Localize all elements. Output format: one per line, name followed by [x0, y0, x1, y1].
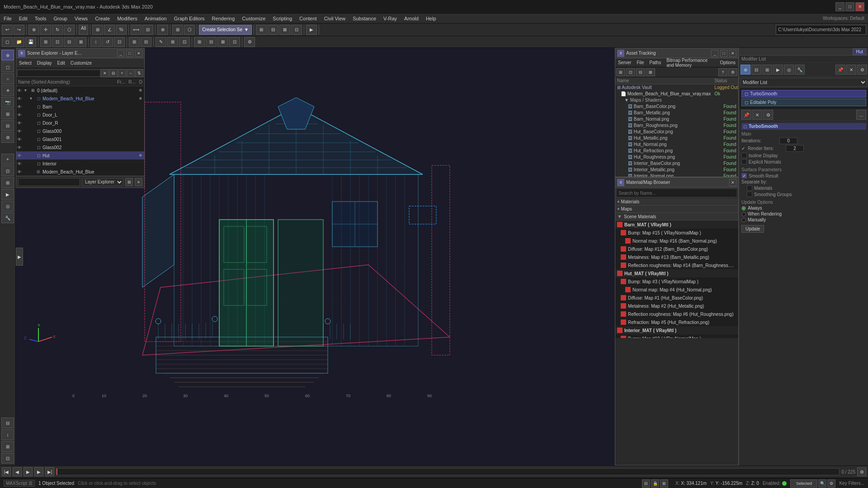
menu-arnold[interactable]: Arnold [401, 14, 422, 23]
mat-maps-header[interactable]: + Maps [615, 206, 738, 213]
mod-icon-display[interactable]: ◎ [784, 65, 794, 75]
sidebar-nav4[interactable]: ⊡ [1, 453, 14, 464]
mod-icon-select[interactable]: ⊕ [741, 65, 750, 75]
eye-glass002[interactable]: 👁 [17, 145, 24, 150]
tb2-move[interactable]: ↕ [90, 37, 101, 47]
modifier-list-dropdown[interactable]: Modifier List [741, 78, 867, 87]
sidebar-hierarchy[interactable]: ⊞ [1, 177, 14, 188]
prop-smoothing-groups-check[interactable] [747, 192, 752, 197]
se-btn-filter[interactable]: ⊟ [109, 69, 118, 77]
mat-hut-refl-rough[interactable]: Reflection roughness: Map #6 (Hut_Roughn… [615, 310, 738, 318]
tb-3d-snap[interactable]: ⊞ [92, 25, 103, 35]
tree-item-interior[interactable]: 👁 ◻ Interior [16, 160, 144, 168]
at-menu-options[interactable]: Options [717, 60, 738, 66]
mat-hut-diffuse[interactable]: Diffuse: Map #1 (Hut_BaseColor.png) [615, 294, 738, 302]
prop-manually-radio[interactable] [741, 218, 746, 222]
se-btn-add[interactable]: + [118, 69, 126, 77]
sidebar-spacewarps[interactable]: ⊟ [1, 120, 14, 131]
at-menu-server[interactable]: Server [615, 60, 634, 66]
mod-icon-del[interactable]: ✕ [846, 65, 856, 75]
eye-modern2[interactable]: 👁 [17, 169, 24, 174]
tb-grid3[interactable]: ⊠ [279, 25, 290, 35]
scene-explorer-minimize[interactable]: _ [117, 50, 124, 57]
at-btn2[interactable]: ⊡ [626, 68, 635, 76]
prop-smooth-result-check[interactable] [741, 173, 747, 178]
at-minimize[interactable]: _ [711, 50, 718, 57]
menu-modifiers[interactable]: Modifiers [113, 14, 141, 23]
tb-undo[interactable]: ↩ [2, 25, 13, 35]
tb2-bind[interactable]: ⊟ [141, 37, 151, 47]
tree-item-glass000[interactable]: 👁 ◻ Glass000 [16, 127, 144, 135]
tree-item-glass001[interactable]: 👁 ◻ Glass001 [16, 135, 144, 143]
timeline-prev-frame[interactable]: ◀ [13, 467, 22, 476]
tree-item-default[interactable]: 👁 ▼ ⊞ 0 (default) ❄ [16, 86, 144, 94]
se-menu-display[interactable]: Display [34, 60, 55, 66]
sidebar-geom[interactable]: ◻ [1, 61, 14, 72]
se-footer-grid[interactable]: ⊞ [125, 178, 133, 186]
tb-grid4[interactable]: ⊡ [291, 25, 302, 35]
tb2-scale2[interactable]: ⊡ [114, 37, 125, 47]
menu-graph-editors[interactable]: Graph Editors [170, 14, 208, 23]
eye-barn[interactable]: 👁 [17, 104, 24, 109]
mod-icon-modify[interactable]: ⊟ [751, 65, 761, 75]
at-close[interactable]: ✕ [729, 50, 736, 57]
status-grid[interactable]: ⊞ [660, 479, 668, 488]
status-lock[interactable]: 🔒 [651, 479, 659, 488]
at-row-file[interactable]: 📄 Modern_Beach_Hut_Blue_max_vray.max Ok [615, 91, 738, 97]
timeline-scrubber[interactable] [56, 468, 840, 475]
mat-interior-bump[interactable]: Bump: Map #10 ( VRayNormalMap ) [615, 334, 738, 338]
sidebar-cameras[interactable]: 📷 [1, 97, 14, 108]
mat-barn-normal[interactable]: Normal map: Map #16 (Barn_Normal.png) [615, 237, 738, 245]
se-btn-sort[interactable]: ⇅ [135, 69, 143, 77]
tb-grid2[interactable]: ⊟ [268, 25, 278, 35]
menu-help[interactable]: Help [422, 14, 440, 23]
mod-action-del[interactable]: ✕ [752, 110, 762, 120]
tree-item-barn[interactable]: 👁 ◻ Barn [16, 103, 144, 111]
tb2-link[interactable]: ⊞ [129, 37, 140, 47]
sidebar-create[interactable]: + [1, 154, 14, 164]
at-maximize[interactable]: □ [720, 50, 727, 57]
tb2-sel3[interactable]: ⊟ [64, 37, 75, 47]
timeline-options[interactable]: ⚙ [857, 467, 866, 476]
tb2-scatter[interactable]: ⊞ [167, 37, 178, 47]
menu-create[interactable]: Create [91, 14, 113, 23]
status-nav1[interactable]: ⊟ [642, 479, 650, 488]
tb-material-editor[interactable]: ⬡ [184, 25, 195, 35]
mat-barn-diffuse[interactable]: Diffuse: Map #12 (Barn_BaseColor.png) [615, 245, 738, 253]
tb2-terrain[interactable]: ⊡ [179, 37, 190, 47]
mod-icon-hierarchy[interactable]: ⊞ [762, 65, 772, 75]
at-row-hut-normal[interactable]: 🖼 Hut_Normal.png Found [615, 141, 738, 148]
tb2-sel1[interactable]: ⊞ [40, 37, 51, 47]
minimize-btn[interactable]: _ [835, 2, 844, 11]
at-btn1[interactable]: ⊞ [616, 68, 625, 76]
mat-hut-refraction[interactable]: Refraction: Map #5 (Hut_Refraction.png) [615, 318, 738, 326]
at-settings[interactable]: ⚙ [728, 68, 737, 76]
tb2-rotate2[interactable]: ↺ [102, 37, 113, 47]
tb-redo[interactable]: ↪ [14, 25, 24, 35]
at-btn3[interactable]: ⊟ [636, 68, 645, 76]
menu-group[interactable]: Group [50, 14, 71, 23]
tb2-render-setup[interactable]: ⊞ [194, 37, 205, 47]
status-selected[interactable]: Selected [790, 479, 817, 488]
sidebar-nav3[interactable]: ⊞ [1, 441, 14, 452]
timeline-prev-key[interactable]: |◀ [2, 467, 11, 476]
mat-hut-metalness[interactable]: Metalness: Map #2 (Hut_Metallic.png) [615, 302, 738, 310]
tb2-new[interactable]: ◻ [2, 37, 13, 47]
eye-glass001[interactable]: 👁 [17, 137, 24, 142]
mat-interior-group[interactable]: Interior_MAT ( VRayMtl ) [615, 326, 738, 334]
se-footer-list[interactable]: ≡ [135, 178, 142, 186]
at-row-maps[interactable]: ▼ Maps / Shaders [615, 97, 738, 103]
tb-pct-snap[interactable]: % [116, 25, 127, 35]
tb-schematic[interactable]: ⊞ [172, 25, 183, 35]
tree-item-doorr[interactable]: 👁 ◻ Door_R [16, 119, 144, 127]
tree-item-hut[interactable]: 👁 ◻ Hut ❄ [16, 151, 144, 160]
tb2-render2[interactable]: ⊠ [217, 37, 228, 47]
at-row-hut-roughness[interactable]: 🖼 Hut_Roughness.png Found [615, 154, 738, 160]
scene-explorer-maximize[interactable]: □ [126, 50, 133, 57]
menu-tools[interactable]: Tools [31, 14, 50, 23]
eye-glass000[interactable]: 👁 [17, 129, 24, 134]
sidebar-nav2[interactable]: ↕ [1, 429, 14, 440]
sidebar-utilities[interactable]: 🔧 [1, 212, 14, 223]
se-footer-search[interactable] [18, 178, 80, 186]
tb-move[interactable]: ✛ [40, 25, 51, 35]
